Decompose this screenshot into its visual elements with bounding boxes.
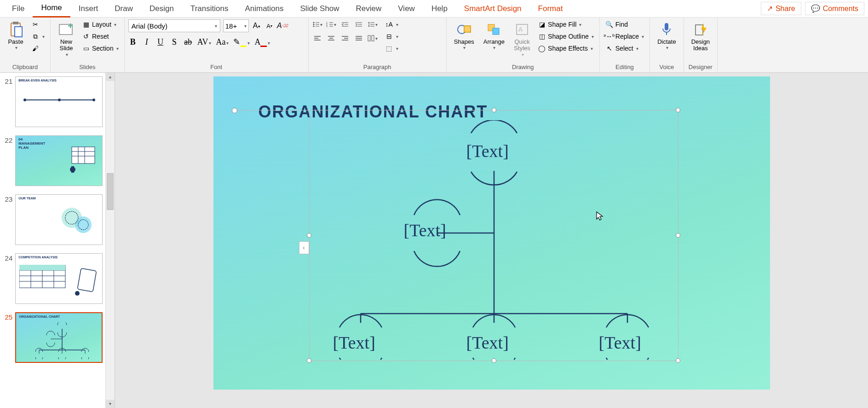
thumbnails-scrollbar[interactable]: ▴ ▾ — [105, 73, 115, 408]
org-node-3[interactable]: [Text] — [333, 332, 375, 353]
decrease-indent-button[interactable] — [340, 19, 350, 29]
font-color-button[interactable]: A▾ — [254, 37, 270, 47]
align-left-button[interactable] — [312, 33, 322, 43]
menu-view[interactable]: View — [390, 0, 423, 17]
text-direction-button[interactable]: ↕A▾ — [383, 19, 400, 29]
clear-formatting-button[interactable]: A⌫ — [277, 21, 287, 31]
selection-handle[interactable] — [307, 233, 311, 238]
select-button[interactable]: ↖Select▾ — [604, 43, 646, 53]
selection-handle[interactable] — [492, 108, 496, 112]
menu-design[interactable]: Design — [141, 0, 182, 17]
thumbnail-22[interactable]: 22 04 MANAGEMENT PLAN — [2, 135, 113, 186]
svg-point-8 — [313, 24, 314, 25]
thumbnail-23[interactable]: 23 OUR TEAM — [2, 194, 113, 245]
menu-transitions[interactable]: Transitions — [182, 0, 237, 17]
selection-handle[interactable] — [676, 108, 680, 112]
bullets-button[interactable]: ▾ — [312, 19, 322, 29]
menu-insert[interactable]: Insert — [70, 0, 107, 17]
svg-rect-2 — [15, 27, 22, 37]
shapes-button[interactable]: Shapes▾ — [450, 19, 478, 52]
character-spacing-button[interactable]: AV▾ — [197, 37, 212, 47]
cut-button[interactable]: ✂ — [29, 19, 46, 29]
strikethrough-button[interactable]: ab — [184, 37, 193, 47]
scroll-down-icon[interactable]: ▾ — [106, 400, 115, 408]
menu-slideshow[interactable]: Slide Show — [292, 0, 348, 17]
menu-file[interactable]: File — [4, 0, 33, 17]
menu-review[interactable]: Review — [348, 0, 390, 17]
underline-button[interactable]: U — [156, 37, 165, 47]
increase-font-button[interactable]: A▴ — [252, 21, 262, 31]
org-node-1[interactable]: [Text] — [466, 141, 509, 161]
scroll-track[interactable] — [106, 81, 115, 400]
menu-home[interactable]: Home — [33, 0, 70, 17]
paste-button[interactable]: Paste ▾ — [4, 19, 28, 52]
slide-thumbnails-panel: 21 BREAK-EVEN ANALYSIS 22 04 MANAGEMENT … — [0, 73, 115, 408]
section-button[interactable]: ▭Section▾ — [80, 43, 121, 53]
org-node-5[interactable]: [Text] — [599, 332, 641, 353]
menu-format[interactable]: Format — [530, 0, 571, 17]
shape-effects-button[interactable]: ◯Shape Effects▾ — [536, 43, 596, 53]
comments-button[interactable]: 💬 Comments — [805, 2, 864, 15]
selection-handle[interactable] — [676, 233, 680, 238]
thumbnail-21[interactable]: 21 BREAK-EVEN ANALYSIS — [2, 76, 113, 127]
org-node-2[interactable]: [Text] — [404, 220, 446, 240]
designer-group-label: Designer — [688, 63, 713, 71]
reset-label: Reset — [92, 33, 109, 40]
slide-title[interactable]: ORGANIZATIONAL CHART — [259, 102, 488, 122]
italic-button[interactable]: I — [142, 37, 151, 47]
format-painter-button[interactable]: 🖌 — [29, 43, 46, 53]
align-right-button[interactable] — [340, 33, 350, 43]
copy-button[interactable]: ⧉▾ — [29, 31, 46, 41]
scroll-handle[interactable] — [107, 173, 114, 210]
scroll-up-icon[interactable]: ▴ — [106, 73, 115, 81]
numbering-button[interactable]: 123▾ — [326, 19, 336, 29]
thumbnail-25[interactable]: 25 ORGANIZATIONAL CHART — [2, 312, 113, 363]
thumb-number: 23 — [2, 194, 12, 245]
rotate-handle[interactable] — [232, 108, 237, 113]
line-spacing-button[interactable]: ▾ — [368, 19, 378, 29]
arrange-button[interactable]: Arrange▾ — [480, 19, 508, 52]
menu-smartart-design[interactable]: SmartArt Design — [456, 0, 530, 17]
selection-handle[interactable] — [676, 358, 680, 363]
chevron-down-icon: ▾ — [636, 46, 638, 51]
columns-button[interactable]: ▾ — [368, 33, 378, 43]
shadow-button[interactable]: S — [170, 37, 179, 47]
slide-canvas[interactable]: ORGANIZATIONAL CHART ‹ — [213, 76, 770, 390]
highlight-color-button[interactable]: ✎▾ — [233, 37, 250, 47]
decrease-font-button[interactable]: A▾ — [264, 21, 275, 31]
align-text-button[interactable]: ⊟▾ — [383, 31, 400, 41]
svg-point-75 — [75, 291, 80, 296]
thumbnail-24[interactable]: 24 COMPETITION ANALYSIS — [2, 253, 113, 304]
new-slide-button[interactable]: New Slide ▾ — [54, 19, 78, 59]
increase-indent-button[interactable] — [354, 19, 364, 29]
align-center-button[interactable] — [326, 33, 336, 43]
convert-smartart-button[interactable]: ⬚▾ — [383, 43, 400, 53]
menu-draw[interactable]: Draw — [106, 0, 141, 17]
justify-button[interactable] — [354, 33, 364, 43]
quick-styles-label: Quick Styles — [514, 39, 530, 52]
change-case-button[interactable]: Aa▾ — [216, 37, 229, 47]
thumb-preview: BREAK-EVEN ANALYSIS — [15, 76, 103, 127]
reset-button[interactable]: ↺Reset — [80, 31, 121, 41]
menu-help[interactable]: Help — [423, 0, 456, 17]
selection-handle[interactable] — [307, 358, 311, 363]
menu-animations[interactable]: Animations — [236, 0, 292, 17]
svg-point-53 — [58, 99, 61, 101]
bold-button[interactable]: B — [128, 37, 138, 47]
dictate-button[interactable]: Dictate▾ — [654, 19, 679, 52]
replace-button[interactable]: ᵃ↔ᵇReplace▾ — [604, 31, 646, 41]
shape-outline-button[interactable]: ◫Shape Outline▾ — [536, 31, 596, 41]
menubar: File Home Insert Draw Design Transitions… — [0, 0, 868, 17]
layout-button[interactable]: ▦Layout▾ — [80, 19, 121, 29]
quick-styles-button[interactable]: A Quick Styles▾ — [510, 19, 534, 59]
smartart-text-pane-toggle[interactable]: ‹ — [299, 241, 309, 254]
slide-editor-area[interactable]: ORGANIZATIONAL CHART ‹ — [115, 73, 868, 408]
share-button[interactable]: ↗ Share — [761, 2, 801, 15]
org-node-4[interactable]: [Text] — [466, 332, 509, 353]
design-ideas-button[interactable]: Design Ideas — [688, 19, 713, 54]
font-size-select[interactable]: 18+▾ — [223, 19, 249, 32]
find-button[interactable]: 🔍Find — [604, 19, 646, 29]
shape-fill-button[interactable]: ◪Shape Fill▾ — [536, 19, 596, 29]
font-name-select[interactable]: Arial (Body)▾ — [128, 19, 220, 32]
chevron-down-icon: ▾ — [209, 41, 211, 46]
